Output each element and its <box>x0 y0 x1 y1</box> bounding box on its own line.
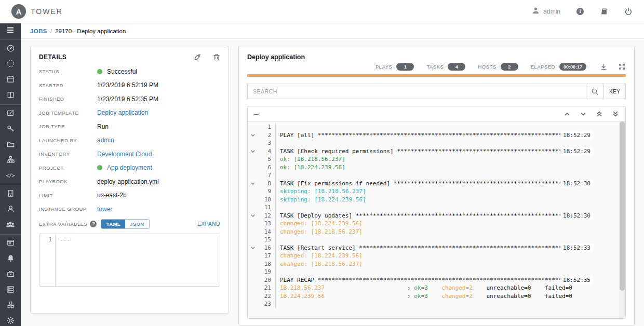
line-timestamp: 18:52:30 <box>560 212 593 220</box>
breadcrumb-current: 29170 - Deploy application <box>55 28 126 34</box>
sidebar-item-credentials[interactable] <box>0 121 21 137</box>
line-number: 2 <box>258 131 275 140</box>
line-content <box>276 203 280 212</box>
scroll-up-icon[interactable] <box>564 111 571 117</box>
output-scrollbar <box>619 121 625 318</box>
sidebar-item-dashboard[interactable] <box>0 41 21 57</box>
tower-logo[interactable]: A TOWER <box>11 4 63 19</box>
sidebar-item-users[interactable] <box>0 202 21 218</box>
scroll-top-icon[interactable] <box>596 111 603 117</box>
relaunch-icon[interactable] <box>193 53 202 61</box>
power-icon[interactable] <box>624 7 633 16</box>
editor-content: --- <box>56 234 70 286</box>
docs-icon[interactable] <box>600 7 609 16</box>
sidebar-item-management-jobs[interactable] <box>0 267 21 282</box>
sidebar-item-teams[interactable] <box>0 218 21 233</box>
output-line: 3 <box>248 139 625 147</box>
sidebar-item-instance-groups[interactable] <box>0 282 21 298</box>
detail-link[interactable]: tower <box>97 206 112 213</box>
sidebar-item-settings[interactable] <box>0 314 21 326</box>
sidebar-item-templates[interactable] <box>0 106 21 121</box>
users-icon <box>6 205 15 215</box>
notifications-icon <box>6 254 15 265</box>
sidebar-item-inventories[interactable] <box>0 153 21 168</box>
sidebar-item-schedules[interactable] <box>0 72 21 88</box>
line-content: changed: [18.224.239.56] <box>276 252 363 260</box>
line-number: 11 <box>258 203 275 212</box>
sidebar-item-notifications[interactable] <box>0 251 21 267</box>
detail-link[interactable]: App deployment <box>107 164 152 171</box>
collapse-line-chevron-icon[interactable] <box>248 246 258 250</box>
info-icon[interactable]: i <box>576 7 584 16</box>
sidebar-item-jobs[interactable] <box>0 57 21 72</box>
output-line: 13changed: [18.224.239.56] <box>248 220 625 228</box>
search-input[interactable] <box>248 84 586 99</box>
stat-label: ELAPSED <box>531 64 555 70</box>
detail-row-status: STATUSSuccessful <box>39 68 220 75</box>
sidebar-item-inventory-scripts[interactable]: </> <box>0 168 21 184</box>
scroll-down-icon[interactable] <box>580 111 587 117</box>
sidebar-divider <box>0 234 21 235</box>
detail-text: us-east-2b <box>97 192 127 199</box>
expand-output-icon[interactable] <box>618 63 626 71</box>
line-content: ok: [18.224.239.56] <box>276 164 345 172</box>
detail-link[interactable]: Development Cloud <box>97 151 152 158</box>
line-content: TASK [Fix permissions if needed] *******… <box>276 180 566 188</box>
stat-label: HOSTS <box>478 64 496 70</box>
output-line-gutter: 8 <box>248 180 276 188</box>
sidebar-item-organizations[interactable] <box>0 186 21 202</box>
download-icon[interactable] <box>600 63 608 71</box>
sidebar-item-portal[interactable] <box>0 88 21 103</box>
detail-label: PLAYBOOK <box>39 179 97 184</box>
current-user-menu[interactable]: admin <box>532 7 560 16</box>
detail-link[interactable]: Deploy application <box>97 109 148 116</box>
collapse-line-chevron-icon[interactable] <box>248 181 258 186</box>
stat-tasks: TASKS4 <box>426 63 465 71</box>
breadcrumb-separator: / <box>50 28 52 34</box>
json-toggle-button[interactable]: JSON <box>125 220 149 228</box>
organizations-icon <box>6 189 15 200</box>
help-icon[interactable]: ? <box>90 221 97 227</box>
detail-value: 1/23/2019 6:52:19 PM <box>97 82 158 89</box>
yaml-toggle-button[interactable]: YAML <box>101 220 125 228</box>
detail-label: INSTANCE GROUP <box>39 206 97 212</box>
sidebar-divider <box>0 185 21 185</box>
output-line: 2PLAY [all] ****************************… <box>248 131 625 140</box>
delete-icon[interactable] <box>213 53 220 61</box>
detail-label: JOB TYPE <box>39 124 97 129</box>
expand-variables-link[interactable]: EXPAND <box>197 221 220 227</box>
extra-variables-editor[interactable]: 1 --- <box>39 234 220 287</box>
line-number: 9 <box>258 187 275 196</box>
detail-label: JOB TEMPLATE <box>39 110 97 116</box>
sidebar-item-menu[interactable] <box>0 23 21 38</box>
breadcrumb-jobs-link[interactable]: JOBS <box>30 28 47 34</box>
collapse-line-chevron-icon[interactable] <box>248 149 258 154</box>
stat-badge: 1 <box>396 63 414 71</box>
sidebar-item-projects[interactable] <box>0 137 21 153</box>
collapse-all-button[interactable]: – <box>254 111 258 116</box>
search-key-button[interactable]: KEY <box>603 84 625 99</box>
line-number: 19 <box>258 268 275 276</box>
applications-icon <box>6 301 15 311</box>
output-line: 17changed: [18.224.239.56] <box>248 252 625 260</box>
detail-label: LAUNCHED BY <box>39 138 97 143</box>
output-scrollbar-thumb[interactable] <box>620 121 625 291</box>
brand-name: TOWER <box>31 7 63 16</box>
sidebar-item-applications[interactable] <box>0 298 21 314</box>
line-content: ok: [18.218.56.237] <box>276 155 345 164</box>
sidebar-item-credential-types[interactable] <box>0 236 21 251</box>
user-icon <box>532 7 540 16</box>
portal-icon <box>6 90 15 101</box>
output-line-gutter: 7 <box>248 171 276 180</box>
collapse-line-chevron-icon[interactable] <box>248 133 258 138</box>
line-timestamp: 18:52:35 <box>560 276 593 284</box>
output-line: 6ok: [18.224.239.56] <box>248 164 625 172</box>
stat-badge: 4 <box>448 63 465 71</box>
line-content: TASK [Check required permissions] ******… <box>276 147 566 156</box>
detail-link[interactable]: admin <box>97 137 114 144</box>
search-icon[interactable] <box>586 84 603 99</box>
collapse-line-chevron-icon[interactable] <box>248 213 258 218</box>
line-number: 16 <box>258 244 275 252</box>
scroll-bottom-icon[interactable] <box>612 111 619 117</box>
line-number: 3 <box>258 139 275 147</box>
